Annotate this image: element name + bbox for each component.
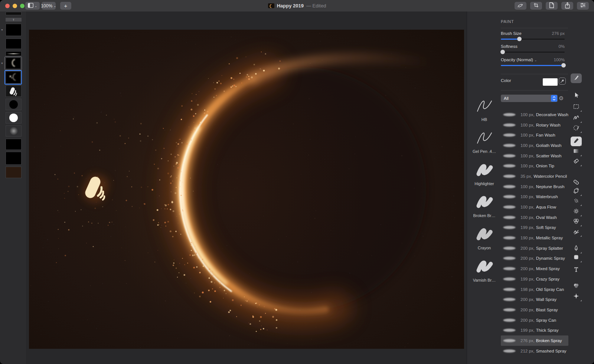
selected-layer[interactable]	[4, 70, 22, 85]
brush-item-blast-spray[interactable]: 200 px, Blast Spray	[501, 305, 568, 315]
refine-select-tool[interactable]	[571, 124, 582, 133]
disclosure-triangle-icon[interactable]: ▼	[1, 62, 3, 65]
brush-item-onion-tip[interactable]: 100 px, Onion Tip	[501, 161, 568, 171]
gradient-tool[interactable]	[571, 147, 582, 157]
layer-thumbnail-3[interactable]	[6, 24, 22, 36]
sharpen-tool[interactable]	[571, 197, 582, 206]
layer-thumbnail-2[interactable]: T	[6, 18, 22, 22]
minimize-window-button[interactable]	[13, 4, 17, 8]
layer-thumbnail-8[interactable]	[6, 85, 22, 97]
brush-size-slider[interactable]	[501, 37, 565, 41]
warp-tool[interactable]	[571, 227, 582, 237]
brush-stroke-thumbnail	[502, 328, 517, 333]
smudge-tool[interactable]	[571, 217, 582, 227]
eyedropper-button[interactable]	[559, 78, 566, 85]
submenu-corner-icon	[580, 155, 582, 156]
clone-tool[interactable]	[571, 187, 582, 196]
brush-item-dynamic-spray[interactable]: 200 px, Dynamic Spray	[501, 253, 568, 264]
brush-category-varnish-br-[interactable]: Varnish Br…	[469, 252, 500, 284]
window-title-area: Happy 2019 — Edited	[0, 0, 594, 12]
brush-item-goliath-wash[interactable]: 100 px, Goliath Wash	[501, 140, 568, 151]
canvas[interactable]	[29, 30, 464, 349]
brush-item-old-spray-can[interactable]: 198 px, Old Spray Can	[501, 284, 568, 295]
slider-knob[interactable]	[517, 37, 522, 41]
layer-thumbnail-10[interactable]	[6, 112, 22, 124]
layer-thumbnail-7[interactable]	[6, 71, 21, 83]
zoom-level-button[interactable]: 100% ⌄	[42, 2, 56, 10]
brush-item-waterbrush[interactable]: 100 px, Waterbrush	[501, 192, 568, 202]
brush-size-label: Brush Size	[501, 31, 522, 36]
style-tool[interactable]	[571, 73, 582, 83]
format-panel-button[interactable]	[577, 2, 589, 10]
brush-category-hb[interactable]: HB	[469, 91, 500, 123]
brush-category-crayon[interactable]: Crayon	[469, 219, 500, 252]
layer-thumbnail-4[interactable]	[6, 39, 22, 49]
layer-thumbnail-9[interactable]	[6, 99, 22, 110]
slider-knob[interactable]	[561, 63, 566, 68]
retouch-button[interactable]	[515, 2, 526, 10]
brush-item-spray-splatter[interactable]: 200 px, Spray Splatter	[501, 243, 568, 253]
share-button[interactable]	[561, 2, 573, 10]
layer-thumbnail-13[interactable]	[6, 152, 22, 165]
select-tool[interactable]	[571, 102, 582, 112]
sidebar-view-button[interactable]: ⌄	[25, 2, 40, 10]
softness-slider[interactable]	[501, 50, 565, 54]
paint-tool[interactable]	[571, 137, 582, 146]
brush-category-highlighter[interactable]: Highlighter	[469, 155, 500, 187]
brush-item-crazy-spray[interactable]: 199 px, Crazy Spray	[501, 274, 568, 284]
effects-tool[interactable]	[571, 292, 582, 302]
layer-thumbnail-6[interactable]	[6, 58, 21, 69]
brush-item-scatter-wash[interactable]: 100 px, Scatter Wash	[501, 151, 568, 161]
layer-group[interactable]	[4, 56, 22, 70]
slider-knob[interactable]	[500, 50, 505, 54]
brush-name-text: Crazy Spray	[536, 277, 559, 281]
shape-tool[interactable]	[571, 253, 582, 263]
quick-select-tool[interactable]	[571, 114, 582, 123]
opacity-slider[interactable]	[501, 63, 565, 68]
arrange-tool[interactable]	[571, 91, 582, 101]
brush-item-neptune-brush[interactable]: 100 px, Neptune Brush	[501, 181, 568, 192]
crop-button[interactable]	[530, 2, 542, 10]
opacity-label[interactable]: Opacity (Normal) ⌄	[501, 58, 537, 62]
close-window-button[interactable]	[5, 4, 10, 8]
brush-item-mixed-spray[interactable]: 200 px, Mixed Spray	[501, 263, 568, 274]
brush-item-soft-spray[interactable]: 199 px, Soft Spray	[501, 223, 568, 233]
brush-item-wall-spray[interactable]: 200 px, Wall Spray	[501, 294, 568, 305]
erase-tool[interactable]	[571, 157, 582, 167]
layer-thumbnail-1[interactable]	[6, 12, 22, 15]
brush-item-spray-can[interactable]: 200 px, Spray Can	[501, 315, 568, 325]
brush-item-rotary-wash[interactable]: 100 px, Rotary Wash	[501, 120, 568, 130]
add-tab-button[interactable]: +	[60, 2, 71, 10]
brush-category-gel-pen-4-[interactable]: Gel Pen .4…	[469, 123, 500, 155]
layer-thumbnail-5[interactable]	[6, 51, 22, 56]
brush-size-value: 276 px	[552, 31, 565, 36]
brush-item-fan-wash[interactable]: 100 px, Fan Wash	[501, 130, 568, 140]
brush-list: 100 px, Decorative Wash 100 px, Rotary W…	[501, 109, 568, 356]
brush-item-aqua-flow[interactable]: 100 px, Aqua Flow	[501, 202, 568, 212]
gear-icon[interactable]: ⚙	[559, 95, 564, 102]
brush-stroke-thumbnail	[502, 256, 517, 261]
brush-item-decorative-wash[interactable]: 100 px, Decorative Wash	[501, 109, 568, 120]
brush-item-oval-wash[interactable]: 100 px, Oval Wash	[501, 212, 568, 223]
layer-thumbnail-11[interactable]	[6, 125, 22, 137]
layer-thumbnail-14[interactable]	[6, 167, 22, 178]
brush-item-metallic-spray[interactable]: 190 px, Metallic Spray	[501, 233, 568, 243]
new-document-button[interactable]	[546, 2, 558, 10]
brush-item-thick-spray[interactable]: 199 px, Thick Spray	[501, 325, 568, 335]
brush-size-text: 199 px,	[520, 328, 535, 332]
brush-item-watercolor-pencil[interactable]: 35 px, Watercolor Pencil	[501, 171, 568, 181]
brush-category-broken-br-[interactable]: Broken Br…	[469, 187, 500, 220]
light-tool[interactable]	[571, 207, 582, 217]
brush-item-smashed-spray[interactable]: 212 px, Smashed Spray	[501, 346, 568, 356]
brush-item-broken-spray[interactable]: 276 px, Broken Spray	[501, 335, 568, 346]
zoom-window-button[interactable]	[20, 4, 25, 8]
color-adjustments-tool[interactable]	[571, 282, 582, 291]
brush-filter-dropdown[interactable]: All	[501, 95, 558, 102]
layer-thumbnail-12[interactable]	[6, 139, 22, 150]
brush-category-label: Gel Pen .4…	[473, 149, 496, 155]
pen-tool[interactable]	[571, 244, 582, 254]
crop-icon	[533, 2, 539, 9]
type-tool[interactable]	[571, 265, 582, 275]
color-swatch[interactable]	[543, 78, 558, 86]
disclosure-triangle-icon[interactable]: ▼	[1, 29, 3, 31]
